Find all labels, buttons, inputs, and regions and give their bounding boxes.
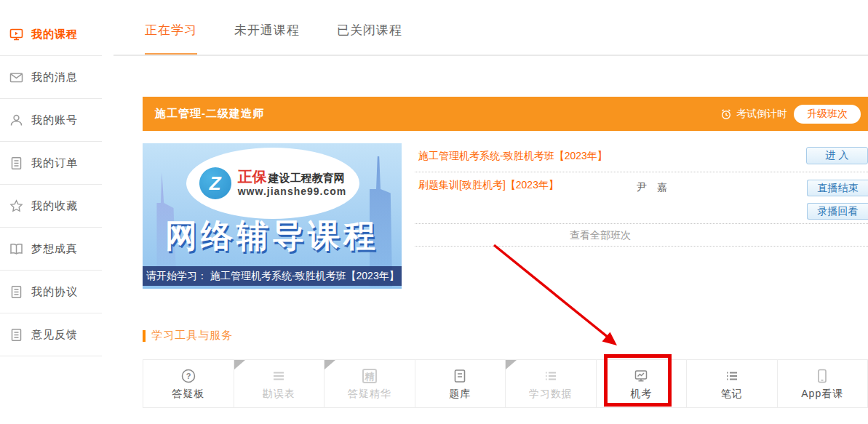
- banner-right-cluster: 考试倒计时 升级班次: [720, 97, 861, 131]
- document-icon: [9, 285, 23, 299]
- sidebar: 我的课程 我的消息 我的账号 我的订单 我的收藏: [0, 0, 102, 356]
- course-cover-image[interactable]: Z 正保 建设工程教育网 www.jianshe99.com 网络辅导课程 请开…: [143, 143, 402, 289]
- brand-logo: Z 正保 建设工程教育网 www.jianshe99.com: [186, 148, 359, 219]
- sidebar-item-dreams-come-true[interactable]: 梦想成真: [0, 228, 102, 271]
- tool-qa-highlights: 精 答疑精华: [324, 359, 415, 408]
- enter-button[interactable]: 进 入: [806, 147, 868, 164]
- corner-fold-decoration: [506, 360, 517, 369]
- sidebar-item-feedback[interactable]: 意见反馈: [0, 313, 102, 356]
- jing-badge-icon: 精: [324, 367, 415, 385]
- tool-label: 学习数据: [506, 388, 596, 401]
- monitor-chart-icon: [597, 367, 687, 385]
- question-circle-icon: ?: [143, 367, 234, 385]
- svg-text:?: ?: [186, 372, 191, 380]
- document-icon: [9, 156, 23, 170]
- sidebar-item-my-messages[interactable]: 我的消息: [0, 56, 102, 99]
- brand-logo-text: 正保 建设工程教育网 www.jianshe99.com: [238, 169, 347, 197]
- tools-section-header: 学习工具与服务: [143, 329, 233, 343]
- sidebar-item-label: 我的课程: [31, 28, 78, 41]
- course-banner: 施工管理-二级建造师 考试倒计时 升级班次: [143, 97, 868, 131]
- sidebar-item-label: 我的消息: [31, 71, 78, 84]
- brand-name-cn: 正保: [238, 169, 267, 185]
- tool-question-bank[interactable]: 题库: [415, 359, 506, 408]
- class-row: 刷题集训[致胜机考]【2023年】 尹 嘉 直播结束 录播回看: [415, 172, 868, 224]
- tool-label: 答疑精华: [324, 388, 415, 401]
- sidebar-item-my-agreements[interactable]: 我的协议: [0, 271, 102, 313]
- tool-label: 机考: [597, 388, 687, 401]
- document-icon: [9, 328, 23, 342]
- sidebar-item-label: 梦想成真: [31, 242, 78, 256]
- course-tabs-header: 正在学习 未开通课程 已关闭课程: [114, 0, 868, 56]
- brand-logo-icon: Z: [199, 167, 231, 199]
- person-icon: [9, 113, 23, 127]
- corner-fold-decoration: [324, 360, 335, 369]
- tool-app-watch[interactable]: App看课: [777, 359, 868, 408]
- exam-countdown-label: 考试倒计时: [736, 108, 787, 121]
- exam-countdown[interactable]: 考试倒计时: [720, 108, 787, 121]
- document-lines-icon: [415, 367, 506, 385]
- screen-play-icon: [9, 28, 23, 41]
- sidebar-item-my-account[interactable]: 我的账号: [0, 99, 102, 142]
- sidebar-item-my-courses[interactable]: 我的课程: [0, 13, 102, 56]
- tool-notes[interactable]: 笔记: [686, 359, 778, 408]
- replay-button[interactable]: 录播回看: [807, 203, 868, 220]
- tab-closed-courses[interactable]: 已关闭课程: [337, 22, 402, 55]
- tool-label: 答疑板: [143, 388, 234, 401]
- star-icon: [9, 199, 23, 213]
- teacher-name: 尹 嘉: [637, 181, 667, 194]
- sidebar-item-label: 我的订单: [31, 156, 78, 170]
- sidebar-item-my-orders[interactable]: 我的订单: [0, 142, 102, 185]
- tool-computer-exam[interactable]: 机考: [596, 359, 688, 408]
- list-icon: [506, 367, 596, 385]
- tools-section-title: 学习工具与服务: [151, 329, 233, 343]
- brand-monogram: Z: [210, 172, 221, 195]
- class-title-link[interactable]: 刷题集训[致胜机考]【2023年】: [418, 179, 559, 192]
- sidebar-item-label: 我的收藏: [31, 199, 78, 213]
- tab-learning-in-progress[interactable]: 正在学习: [145, 22, 197, 55]
- course-class-list: 施工管理机考系统-致胜机考班【2023年】 进 入 刷题集训[致胜机考]【202…: [415, 143, 868, 247]
- class-row: 施工管理机考系统-致胜机考班【2023年】 进 入: [415, 143, 868, 172]
- sidebar-item-my-favorites[interactable]: 我的收藏: [0, 185, 102, 228]
- view-all-classes-link[interactable]: 查看全部班次: [415, 224, 786, 246]
- brand-url: www.jianshe99.com: [238, 185, 347, 197]
- cover-big-title: 网络辅导课程: [143, 215, 402, 257]
- tool-study-data: 学习数据: [505, 359, 597, 408]
- tool-label: App看课: [778, 388, 868, 401]
- tool-label: 题库: [415, 388, 506, 401]
- sidebar-item-label: 我的协议: [31, 285, 78, 299]
- class-title-link[interactable]: 施工管理机考系统-致胜机考班【2023年】: [418, 150, 608, 163]
- tool-errata: 勘误表: [234, 359, 325, 408]
- view-all-row: 查看全部班次: [415, 224, 868, 247]
- my-courses-page: 我的课程 我的消息 我的账号 我的订单 我的收藏: [0, 0, 868, 424]
- list-icon: [687, 367, 777, 385]
- tools-grid: ? 答疑板 勘误表 精 答疑精华: [143, 359, 868, 408]
- corner-fold-decoration: [234, 360, 245, 369]
- sidebar-item-label: 我的账号: [31, 113, 78, 127]
- phone-icon: [778, 367, 868, 385]
- envelope-icon: [9, 71, 23, 84]
- course-banner-title: 施工管理-二级建造师: [143, 107, 264, 121]
- sidebar-item-label: 意见反馈: [31, 328, 78, 342]
- live-ended-button[interactable]: 直播结束: [807, 180, 868, 196]
- tool-qa-board[interactable]: ? 答疑板: [143, 359, 234, 408]
- tool-label: 勘误表: [234, 388, 324, 401]
- open-book-icon: [9, 242, 23, 256]
- hamburger-lines-icon: [234, 367, 324, 385]
- brand-name-rest: 建设工程教育网: [268, 172, 345, 184]
- tool-label: 笔记: [687, 388, 777, 401]
- alarm-clock-icon: [720, 108, 732, 120]
- tab-not-opened-courses[interactable]: 未开通课程: [234, 22, 300, 55]
- upgrade-class-button[interactable]: 升级班次: [794, 105, 861, 124]
- section-accent-bar: [143, 330, 146, 342]
- cover-overlay-text: 请开始学习： 施工管理机考系统-致胜机考班【2023年】: [143, 266, 402, 286]
